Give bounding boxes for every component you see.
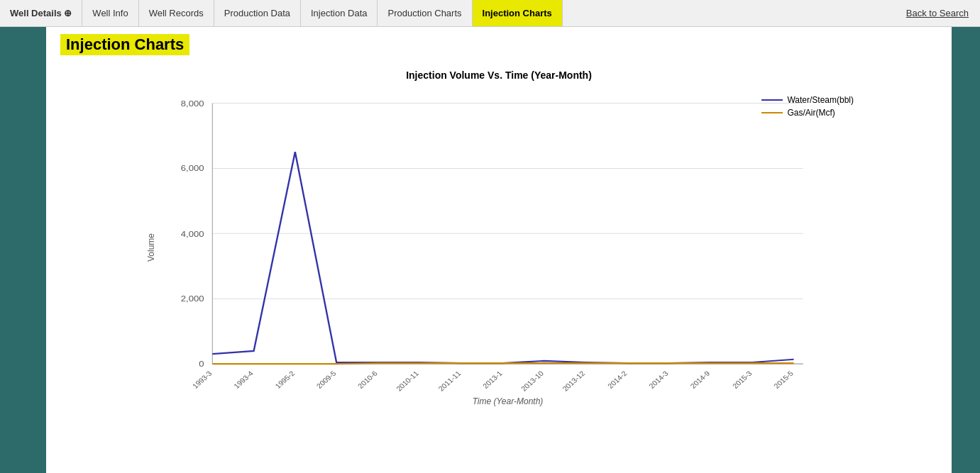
svg-text:1993-3: 1993-3 bbox=[191, 369, 214, 390]
svg-text:2014-2: 2014-2 bbox=[606, 369, 629, 390]
svg-text:2013-10: 2013-10 bbox=[519, 369, 545, 393]
chart-area: Volume Water/Steam(bbl) Gas/Air(Mcf) bbox=[144, 88, 854, 406]
svg-text:2009-5: 2009-5 bbox=[315, 369, 338, 390]
legend-gas-air: Gas/Air(Mcf) bbox=[761, 108, 854, 118]
svg-text:4,000: 4,000 bbox=[181, 229, 204, 238]
svg-text:2,000: 2,000 bbox=[181, 294, 204, 304]
water-steam-legend-label: Water/Steam(bbl) bbox=[787, 95, 854, 105]
well-details-nav[interactable]: Well Details ⊕ bbox=[0, 0, 82, 26]
svg-text:6,000: 6,000 bbox=[181, 164, 204, 173]
svg-text:2014-9: 2014-9 bbox=[689, 369, 712, 390]
production-data-nav[interactable]: Production Data bbox=[214, 0, 301, 26]
y-axis-label: Volume bbox=[144, 88, 158, 406]
legend-water-steam: Water/Steam(bbl) bbox=[761, 95, 854, 105]
x-axis-label: Time (Year-Month) bbox=[162, 396, 854, 406]
chart-container: Injection Volume Vs. Time (Year-Month) V… bbox=[144, 69, 854, 406]
left-sidebar bbox=[0, 27, 46, 473]
svg-text:2015-3: 2015-3 bbox=[731, 369, 754, 390]
back-to-search-link[interactable]: Back to Search bbox=[895, 0, 980, 26]
svg-text:2015-5: 2015-5 bbox=[772, 369, 795, 390]
well-records-nav[interactable]: Well Records bbox=[139, 0, 214, 26]
right-sidebar bbox=[952, 27, 980, 473]
svg-text:2013-12: 2013-12 bbox=[561, 369, 586, 393]
main-content: Injection Charts Injection Volume Vs. Ti… bbox=[46, 27, 952, 473]
svg-text:8,000: 8,000 bbox=[181, 99, 204, 108]
chart-svg: 8,000 6,000 4,000 2,000 0 bbox=[162, 88, 854, 393]
water-steam-legend-line bbox=[761, 99, 783, 101]
top-navigation: Well Details ⊕ Well Info Well Records Pr… bbox=[0, 0, 980, 27]
water-steam-line bbox=[212, 152, 793, 363]
page-title: Injection Charts bbox=[60, 34, 189, 55]
svg-text:2010-11: 2010-11 bbox=[395, 369, 420, 393]
chart-title: Injection Volume Vs. Time (Year-Month) bbox=[144, 69, 854, 81]
chart-legend: Water/Steam(bbl) Gas/Air(Mcf) bbox=[761, 95, 854, 121]
svg-text:0: 0 bbox=[199, 360, 204, 369]
svg-text:2010-6: 2010-6 bbox=[356, 369, 379, 390]
gas-air-legend-label: Gas/Air(Mcf) bbox=[787, 108, 835, 118]
production-charts-nav[interactable]: Production Charts bbox=[378, 0, 472, 26]
injection-charts-nav[interactable]: Injection Charts bbox=[473, 0, 563, 26]
svg-text:2014-3: 2014-3 bbox=[647, 369, 670, 390]
svg-text:2013-1: 2013-1 bbox=[481, 369, 504, 390]
svg-text:1993-4: 1993-4 bbox=[232, 369, 255, 390]
page-layout: Injection Charts Injection Volume Vs. Ti… bbox=[0, 27, 980, 473]
injection-data-nav[interactable]: Injection Data bbox=[301, 0, 378, 26]
svg-text:2011-11: 2011-11 bbox=[437, 369, 463, 393]
gas-air-line bbox=[212, 363, 793, 364]
chart-with-axis: Water/Steam(bbl) Gas/Air(Mcf) bbox=[162, 88, 854, 406]
well-info-nav[interactable]: Well Info bbox=[82, 0, 138, 26]
gas-air-legend-line bbox=[761, 112, 783, 113]
svg-text:1995-2: 1995-2 bbox=[274, 369, 297, 390]
